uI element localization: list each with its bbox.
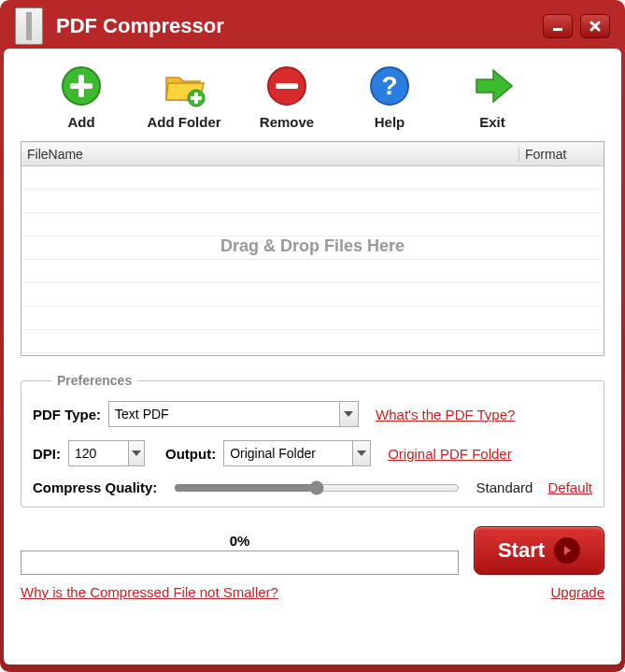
titlebar: PDF Compressor [4, 4, 621, 49]
output-folder-link[interactable]: Original PDF Folder [388, 446, 512, 462]
add-folder-label: Add Folder [147, 114, 220, 130]
close-icon [589, 20, 602, 33]
output-select[interactable] [223, 440, 371, 466]
close-button[interactable] [580, 14, 610, 38]
pdftype-input[interactable] [109, 402, 339, 426]
list-row [21, 307, 604, 330]
minimize-button[interactable] [543, 14, 573, 38]
dpi-select[interactable] [68, 440, 145, 466]
list-row [21, 213, 604, 236]
minimize-icon [551, 20, 564, 33]
quality-value: Standard [476, 479, 533, 495]
progress-text: 0% [21, 533, 459, 549]
svg-rect-4 [70, 83, 92, 89]
upgrade-link[interactable]: Upgrade [550, 584, 604, 600]
toolbar: Add Add Folder Remove ? Help [21, 60, 604, 139]
window-body: Add Add Folder Remove ? Help [4, 49, 621, 665]
help-button[interactable]: ? Help [338, 64, 441, 130]
add-button[interactable]: Add [30, 64, 133, 130]
svg-rect-7 [191, 96, 202, 100]
list-row [21, 260, 604, 283]
column-format[interactable]: Format [519, 147, 604, 162]
help-label: Help [375, 114, 405, 130]
exit-label: Exit [479, 114, 505, 130]
list-rows [21, 166, 604, 355]
app-window: PDF Compressor Add Add Folder [0, 0, 625, 672]
list-row [21, 283, 604, 307]
why-link[interactable]: Why is the Compressed File not Smaller? [21, 584, 278, 600]
quality-label: Compress Quality: [33, 479, 157, 495]
list-row [21, 166, 604, 190]
drop-hint: Drag & Drop Files Here [220, 236, 405, 256]
quality-default-link[interactable]: Default [547, 479, 592, 495]
app-icon [15, 7, 43, 45]
list-header: FileName Format [21, 142, 604, 166]
list-row [21, 330, 604, 353]
help-icon: ? [367, 64, 412, 108]
svg-rect-10 [276, 83, 298, 89]
folder-plus-icon [162, 64, 206, 108]
progress-bar [21, 550, 459, 575]
list-row [21, 190, 604, 213]
bottom-row: 0% Start [21, 526, 604, 575]
chevron-down-icon[interactable] [352, 441, 370, 465]
arrow-right-icon [470, 64, 515, 108]
pdftype-label: PDF Type: [33, 407, 101, 422]
chevron-down-icon[interactable] [128, 441, 144, 465]
remove-label: Remove [260, 114, 314, 130]
output-input[interactable] [224, 441, 352, 465]
add-label: Add [67, 114, 94, 130]
progress-wrap: 0% [21, 533, 459, 575]
preferences-legend: Preferences [51, 373, 137, 388]
file-list[interactable]: FileName Format Drag & Drop Files Here [21, 141, 604, 356]
minus-icon [264, 64, 309, 108]
chevron-down-icon[interactable] [339, 402, 358, 426]
exit-button[interactable]: Exit [441, 64, 544, 130]
pdftype-select[interactable] [108, 401, 359, 427]
footer: Why is the Compressed File not Smaller? … [21, 584, 604, 600]
remove-button[interactable]: Remove [235, 64, 338, 130]
svg-rect-0 [553, 28, 562, 31]
pdftype-help-link[interactable]: What's the PDF Type? [376, 407, 515, 422]
dpi-input[interactable] [69, 441, 128, 465]
start-label: Start [498, 538, 545, 563]
window-title: PDF Compressor [56, 14, 535, 38]
quality-slider[interactable] [174, 480, 459, 495]
arrow-circle-icon [554, 537, 580, 564]
dpi-label: DPI: [33, 446, 61, 462]
column-filename[interactable]: FileName [21, 147, 519, 162]
add-folder-button[interactable]: Add Folder [133, 64, 235, 130]
start-button[interactable]: Start [474, 526, 604, 575]
output-label: Output: [165, 446, 216, 462]
plus-icon [59, 64, 104, 108]
preferences-group: Preferences PDF Type: What's the PDF Typ… [21, 373, 604, 508]
svg-text:?: ? [381, 71, 397, 100]
